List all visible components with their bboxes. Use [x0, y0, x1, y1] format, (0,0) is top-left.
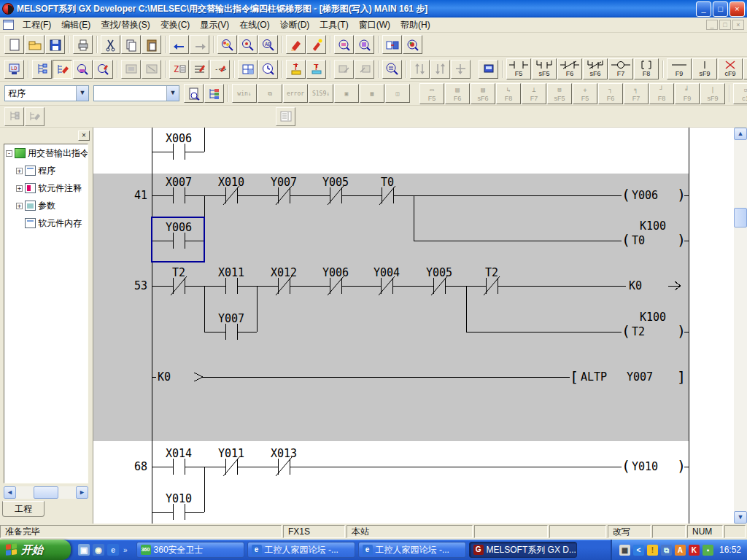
cut-button[interactable] [101, 35, 120, 54]
restore-button[interactable]: □ [713, 1, 728, 17]
ty2-button[interactable]: T [306, 60, 326, 79]
ladder-symbol-F5-button[interactable]: F5 [506, 58, 531, 79]
keyboard-tray-icon[interactable]: ▦ [619, 545, 630, 556]
menu-D[interactable]: 诊断(D) [275, 18, 315, 33]
scroll-right-icon[interactable]: ► [76, 486, 88, 499]
zoomC-button[interactable] [403, 35, 422, 54]
expand-icon[interactable]: + [16, 168, 23, 174]
menu-C[interactable]: 变换(C) [155, 18, 196, 33]
show-desktop-icon[interactable]: ▣ [78, 544, 90, 556]
task-button-1[interactable]: 360360安全卫士 [136, 542, 244, 558]
tree-item-2[interactable]: +软元件注释 [4, 179, 88, 197]
alert-tray-icon[interactable]: A [675, 545, 686, 556]
find2-button[interactable] [238, 35, 258, 54]
language-tray-icon[interactable]: < [633, 545, 644, 556]
close-panel-icon[interactable]: × [78, 131, 90, 141]
mdi-close-button[interactable]: × [732, 20, 744, 30]
llt-button[interactable]: LD [4, 60, 24, 79]
network-tray-icon[interactable]: ⧉ [661, 545, 672, 556]
program-combobox[interactable]: 程序 ▼ [4, 85, 89, 101]
findB-button[interactable] [93, 60, 113, 79]
ladder-symbol-cF10-button[interactable]: cF10 [743, 58, 747, 79]
tree-item-3[interactable]: +参数 [4, 197, 88, 214]
start-button[interactable]: 开始 [0, 540, 71, 560]
zoomA-button[interactable] [334, 35, 354, 54]
tab-project[interactable]: 工程 [2, 501, 44, 517]
commentMag-button[interactable] [382, 60, 402, 79]
find1-button[interactable] [217, 35, 237, 54]
ladder-symbol-F7-button[interactable]: F7 [608, 58, 633, 79]
scroll-down-icon[interactable]: ▼ [734, 511, 747, 524]
pen1-button[interactable] [286, 35, 306, 54]
tree-item-1[interactable]: +程序 [4, 162, 88, 179]
open-button[interactable] [25, 35, 44, 54]
tree-item-4[interactable]: 软元件内存 [4, 214, 88, 232]
scroll-left-icon[interactable]: ◄ [4, 486, 16, 499]
grid-button[interactable] [238, 60, 258, 79]
scroll-up-icon[interactable]: ▲ [734, 128, 747, 140]
editor-vertical-scrollbar[interactable]: ▲ ▼ [734, 128, 747, 524]
close-button[interactable]: × [729, 1, 745, 17]
ladder-symbol-F8-button[interactable]: F8 [634, 58, 659, 79]
mdi-restore-button[interactable]: □ [719, 20, 731, 30]
ladder-symbol-cF9-button[interactable]: cF9 [718, 58, 743, 79]
ladder-symbol-F6-button[interactable]: F6 [557, 58, 582, 79]
undo-button[interactable] [169, 35, 189, 54]
antivirus-tray-icon[interactable]: K [689, 545, 700, 556]
za-button[interactable]: Z [169, 60, 189, 79]
menu-T[interactable]: 工具(T) [314, 18, 353, 33]
find3-button[interactable]: AB [258, 35, 278, 54]
media-player-icon[interactable]: ◉ [93, 544, 104, 556]
scrollbar-thumb[interactable] [734, 208, 747, 228]
save-button[interactable] [45, 35, 65, 54]
security-alert-tray-icon[interactable]: ! [647, 545, 658, 556]
paste-button[interactable] [142, 35, 161, 54]
tree-root-project[interactable]: -用交替输出指令编四柱锯梯形图 [4, 144, 88, 162]
findA-button[interactable] [73, 60, 93, 79]
expand-icon[interactable]: + [16, 185, 23, 192]
zb-button[interactable] [190, 60, 209, 79]
treeEdit-button[interactable] [53, 60, 72, 79]
task-button-3[interactable]: e工控人家园论坛 -... [358, 542, 466, 558]
menu-E[interactable]: 编辑(E) [56, 18, 96, 33]
pen2-button[interactable] [306, 35, 326, 54]
task-button-2[interactable]: e工控人家园论坛 -... [247, 542, 355, 558]
minimize-button[interactable]: _ [696, 1, 711, 17]
clockm-button[interactable] [258, 60, 278, 79]
expand-icon[interactable]: + [16, 203, 23, 209]
pgfind-button[interactable] [184, 84, 204, 103]
ladder-symbol-sF6-button[interactable]: sF6 [583, 58, 608, 79]
tree-button[interactable] [32, 60, 52, 79]
device-memory-monitor-button[interactable] [479, 60, 498, 79]
zoomB-button[interactable] [355, 35, 374, 54]
menu-O[interactable]: 在线(O) [234, 18, 274, 33]
tree-horizontal-scrollbar[interactable]: ◄ ► [4, 486, 88, 499]
ty1-button[interactable]: T [286, 60, 306, 79]
ladder-symbol-sF5-button[interactable]: sF5 [532, 58, 557, 79]
new-button[interactable] [4, 35, 24, 54]
secondary-combobox[interactable]: ▼ [93, 85, 179, 101]
zc-button[interactable]: -<> [210, 60, 230, 79]
quicklaunch-overflow-chevron[interactable]: » [122, 546, 129, 554]
chevron-down-icon[interactable]: ▼ [76, 86, 88, 101]
mdi-minimize-button[interactable]: _ [706, 20, 718, 30]
menu-H[interactable]: 帮助(H) [395, 18, 436, 33]
messenger-tray-icon[interactable]: ▪ [703, 545, 713, 556]
collapse-icon[interactable]: - [6, 150, 12, 157]
treeC-button[interactable] [204, 84, 224, 103]
ladder-symbol-sF9-button[interactable]: sF9 [692, 58, 717, 79]
copy-button[interactable] [121, 35, 141, 54]
task-button-4[interactable]: GMELSOFT系列 GX D... [469, 542, 577, 558]
print-button[interactable] [73, 35, 93, 54]
chevron-down-icon[interactable]: ▼ [166, 86, 179, 101]
mdi-child-icon[interactable] [3, 20, 14, 30]
scrollbar-thumb[interactable] [34, 486, 58, 499]
menu-V[interactable]: 显示(V) [195, 18, 234, 33]
ie-icon[interactable]: e [107, 544, 119, 556]
menu-W[interactable]: 窗口(W) [354, 18, 395, 33]
menu-F[interactable]: 工程(F) [18, 18, 56, 33]
ladder-symbol-F9-button[interactable]: F9 [667, 58, 692, 79]
menu-S[interactable]: 查找/替换(S) [96, 18, 155, 33]
split-button[interactable] [382, 35, 402, 54]
ladder-editor[interactable]: X006X007X010Y007Y005T0Y006T2X011X012Y006… [93, 128, 734, 524]
